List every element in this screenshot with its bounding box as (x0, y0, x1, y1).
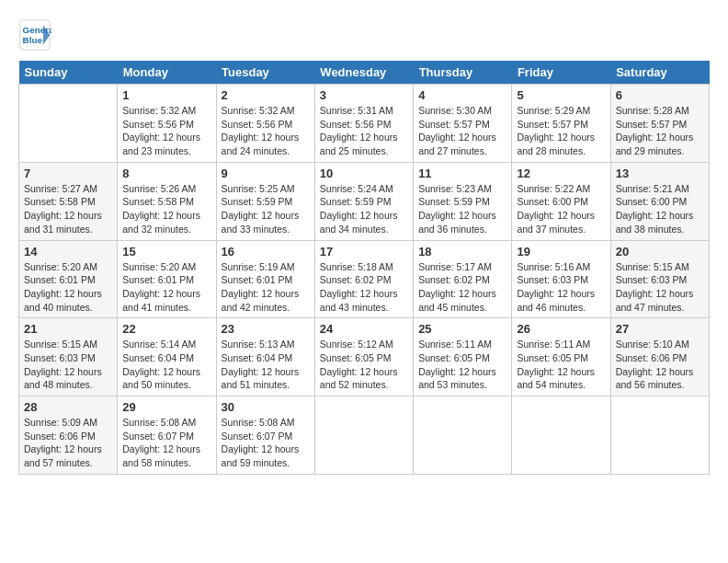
day-number: 26 (517, 322, 605, 336)
day-info: Sunrise: 5:15 AM Sunset: 6:03 PM Dayligh… (24, 338, 112, 392)
calendar-cell (314, 396, 413, 475)
day-info: Sunrise: 5:25 AM Sunset: 5:59 PM Dayligh… (222, 182, 310, 236)
day-number: 2 (222, 88, 310, 102)
calendar-cell: 5Sunrise: 5:29 AM Sunset: 5:57 PM Daylig… (512, 85, 610, 163)
weekday-header-cell: Tuesday (216, 61, 314, 85)
calendar-cell: 19Sunrise: 5:16 AM Sunset: 6:03 PM Dayli… (512, 240, 610, 318)
weekday-header-cell: Friday (512, 61, 610, 85)
calendar-cell: 3Sunrise: 5:31 AM Sunset: 5:56 PM Daylig… (314, 85, 413, 163)
day-number: 1 (122, 88, 210, 102)
calendar-cell (512, 396, 610, 475)
logo: General Blue (18, 18, 57, 52)
day-number: 12 (517, 167, 605, 180)
day-number: 15 (122, 245, 210, 259)
day-info: Sunrise: 5:21 AM Sunset: 6:00 PM Dayligh… (616, 182, 704, 236)
calendar-cell: 23Sunrise: 5:13 AM Sunset: 6:04 PM Dayli… (216, 318, 314, 396)
day-info: Sunrise: 5:12 AM Sunset: 6:05 PM Dayligh… (320, 338, 408, 392)
calendar-cell: 17Sunrise: 5:18 AM Sunset: 6:02 PM Dayli… (314, 240, 413, 318)
calendar-week-row: 7Sunrise: 5:27 AM Sunset: 5:58 PM Daylig… (19, 162, 710, 240)
day-info: Sunrise: 5:19 AM Sunset: 6:01 PM Dayligh… (222, 260, 310, 315)
day-info: Sunrise: 5:11 AM Sunset: 6:05 PM Dayligh… (517, 338, 605, 392)
calendar-cell: 13Sunrise: 5:21 AM Sunset: 6:00 PM Dayli… (610, 162, 709, 240)
calendar-cell: 21Sunrise: 5:15 AM Sunset: 6:03 PM Dayli… (19, 318, 118, 396)
day-info: Sunrise: 5:10 AM Sunset: 6:06 PM Dayligh… (616, 338, 704, 392)
calendar-cell: 10Sunrise: 5:24 AM Sunset: 5:59 PM Dayli… (314, 162, 413, 240)
day-number: 24 (320, 322, 408, 336)
day-number: 19 (517, 245, 605, 259)
svg-text:Blue: Blue (23, 35, 43, 45)
calendar-cell: 2Sunrise: 5:32 AM Sunset: 5:56 PM Daylig… (216, 85, 314, 163)
day-info: Sunrise: 5:22 AM Sunset: 6:00 PM Dayligh… (517, 182, 605, 236)
page-header: General Blue (18, 18, 710, 52)
calendar-body: 1Sunrise: 5:32 AM Sunset: 5:56 PM Daylig… (19, 85, 710, 475)
calendar-cell: 30Sunrise: 5:08 AM Sunset: 6:07 PM Dayli… (216, 396, 314, 475)
calendar-cell: 25Sunrise: 5:11 AM Sunset: 6:05 PM Dayli… (414, 318, 512, 396)
day-number: 5 (517, 88, 605, 102)
calendar-cell: 9Sunrise: 5:25 AM Sunset: 5:59 PM Daylig… (216, 162, 314, 240)
day-info: Sunrise: 5:11 AM Sunset: 6:05 PM Dayligh… (418, 338, 506, 392)
day-info: Sunrise: 5:30 AM Sunset: 5:57 PM Dayligh… (418, 104, 506, 158)
calendar-week-row: 1Sunrise: 5:32 AM Sunset: 5:56 PM Daylig… (19, 85, 710, 163)
calendar-cell (19, 85, 118, 163)
weekday-header-cell: Sunday (19, 61, 118, 85)
weekday-header-cell: Wednesday (314, 61, 413, 85)
calendar-cell: 18Sunrise: 5:17 AM Sunset: 6:02 PM Dayli… (414, 240, 512, 318)
calendar-cell (610, 396, 709, 475)
calendar-cell: 1Sunrise: 5:32 AM Sunset: 5:56 PM Daylig… (118, 85, 216, 163)
calendar-cell: 27Sunrise: 5:10 AM Sunset: 6:06 PM Dayli… (610, 318, 709, 396)
day-info: Sunrise: 5:31 AM Sunset: 5:56 PM Dayligh… (320, 104, 408, 158)
day-info: Sunrise: 5:23 AM Sunset: 5:59 PM Dayligh… (418, 182, 506, 236)
day-info: Sunrise: 5:14 AM Sunset: 6:04 PM Dayligh… (122, 338, 210, 392)
day-number: 21 (24, 322, 112, 336)
day-number: 25 (418, 322, 506, 336)
weekday-header-cell: Thursday (414, 61, 512, 85)
calendar-cell: 4Sunrise: 5:30 AM Sunset: 5:57 PM Daylig… (414, 85, 512, 163)
day-number: 20 (616, 245, 704, 259)
day-number: 18 (418, 245, 506, 259)
calendar-cell: 6Sunrise: 5:28 AM Sunset: 5:57 PM Daylig… (610, 85, 709, 163)
day-number: 8 (122, 167, 210, 180)
weekday-header-cell: Saturday (610, 61, 709, 85)
day-number: 4 (418, 88, 506, 102)
day-info: Sunrise: 5:32 AM Sunset: 5:56 PM Dayligh… (222, 104, 310, 158)
calendar-cell: 8Sunrise: 5:26 AM Sunset: 5:58 PM Daylig… (118, 162, 216, 240)
day-number: 22 (122, 322, 210, 336)
day-info: Sunrise: 5:29 AM Sunset: 5:57 PM Dayligh… (517, 104, 605, 158)
calendar-week-row: 14Sunrise: 5:20 AM Sunset: 6:01 PM Dayli… (19, 240, 710, 318)
day-info: Sunrise: 5:27 AM Sunset: 5:58 PM Dayligh… (24, 182, 112, 236)
calendar-cell: 28Sunrise: 5:09 AM Sunset: 6:06 PM Dayli… (19, 396, 118, 475)
day-info: Sunrise: 5:08 AM Sunset: 6:07 PM Dayligh… (222, 416, 310, 470)
day-info: Sunrise: 5:08 AM Sunset: 6:07 PM Dayligh… (122, 416, 210, 470)
day-info: Sunrise: 5:20 AM Sunset: 6:01 PM Dayligh… (24, 260, 112, 315)
day-info: Sunrise: 5:13 AM Sunset: 6:04 PM Dayligh… (222, 338, 310, 392)
day-number: 17 (320, 245, 408, 259)
day-info: Sunrise: 5:24 AM Sunset: 5:59 PM Dayligh… (320, 182, 408, 236)
day-number: 29 (122, 400, 210, 414)
day-number: 11 (418, 167, 506, 180)
calendar-week-row: 28Sunrise: 5:09 AM Sunset: 6:06 PM Dayli… (19, 396, 710, 475)
calendar-cell: 22Sunrise: 5:14 AM Sunset: 6:04 PM Dayli… (118, 318, 216, 396)
day-info: Sunrise: 5:28 AM Sunset: 5:57 PM Dayligh… (616, 104, 704, 158)
calendar-week-row: 21Sunrise: 5:15 AM Sunset: 6:03 PM Dayli… (19, 318, 710, 396)
day-number: 16 (222, 245, 310, 259)
day-info: Sunrise: 5:15 AM Sunset: 6:03 PM Dayligh… (616, 260, 704, 315)
day-number: 13 (616, 167, 704, 180)
day-number: 10 (320, 167, 408, 180)
day-number: 3 (320, 88, 408, 102)
calendar-cell: 14Sunrise: 5:20 AM Sunset: 6:01 PM Dayli… (19, 240, 118, 318)
calendar-cell (414, 396, 512, 475)
day-number: 27 (616, 322, 704, 336)
calendar-cell: 26Sunrise: 5:11 AM Sunset: 6:05 PM Dayli… (512, 318, 610, 396)
day-info: Sunrise: 5:20 AM Sunset: 6:01 PM Dayligh… (122, 260, 210, 315)
calendar-cell: 24Sunrise: 5:12 AM Sunset: 6:05 PM Dayli… (314, 318, 413, 396)
day-number: 28 (24, 400, 112, 414)
calendar-cell: 20Sunrise: 5:15 AM Sunset: 6:03 PM Dayli… (610, 240, 709, 318)
calendar-cell: 15Sunrise: 5:20 AM Sunset: 6:01 PM Dayli… (118, 240, 216, 318)
calendar-table: SundayMondayTuesdayWednesdayThursdayFrid… (18, 61, 710, 475)
calendar-cell: 12Sunrise: 5:22 AM Sunset: 6:00 PM Dayli… (512, 162, 610, 240)
day-info: Sunrise: 5:32 AM Sunset: 5:56 PM Dayligh… (122, 104, 210, 158)
day-number: 6 (616, 88, 704, 102)
calendar-cell: 7Sunrise: 5:27 AM Sunset: 5:58 PM Daylig… (19, 162, 118, 240)
weekday-header-row: SundayMondayTuesdayWednesdayThursdayFrid… (19, 61, 710, 85)
day-number: 14 (24, 245, 112, 259)
